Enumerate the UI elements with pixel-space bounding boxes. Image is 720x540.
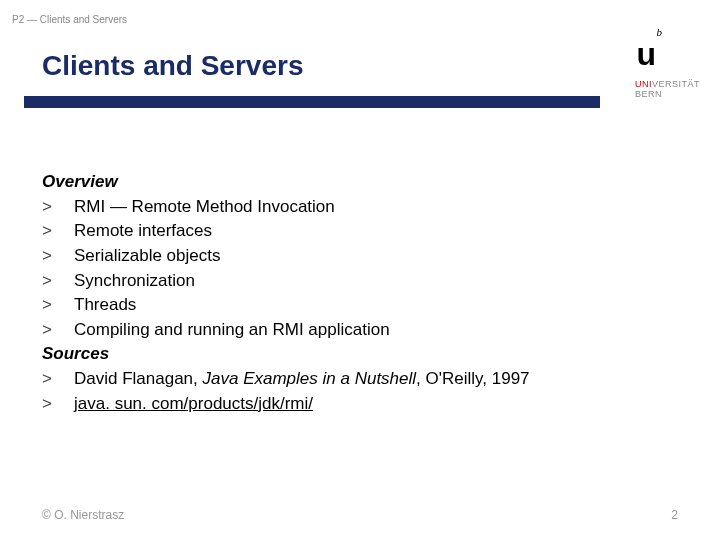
breadcrumb: P2 — Clients and Servers	[12, 14, 127, 25]
list-item-text: Serializable objects	[74, 244, 678, 269]
source-citation: David Flanagan, Java Examples in a Nutsh…	[74, 367, 678, 392]
list-item-text: Synchronization	[74, 269, 678, 294]
logo-uni-red: UNI	[635, 79, 652, 89]
list-item-text: Threads	[74, 293, 678, 318]
list-item: > RMI — Remote Method Invocation	[42, 195, 678, 220]
list-item: > Compiling and running an RMI applicati…	[42, 318, 678, 343]
list-item: > Serializable objects	[42, 244, 678, 269]
list-item: > java. sun. com/products/jdk/rmi/	[42, 392, 678, 417]
bullet-icon: >	[42, 219, 74, 244]
list-item: > Threads	[42, 293, 678, 318]
source-meta: , O'Reilly, 1997	[416, 369, 529, 388]
bullet-icon: >	[42, 195, 74, 220]
bullet-icon: >	[42, 392, 74, 417]
bullet-icon: >	[42, 244, 74, 269]
logo-text: UNIVERSITÄT BERN	[635, 80, 700, 100]
logo-letter-b: b	[657, 26, 663, 38]
overview-heading: Overview	[42, 170, 678, 195]
title-box: Clients and Servers	[24, 40, 600, 108]
sources-heading: Sources	[42, 342, 678, 367]
source-link[interactable]: java. sun. com/products/jdk/rmi/	[74, 392, 678, 417]
logo-uni-rest: VERSITÄT	[652, 79, 700, 89]
page-number: 2	[671, 508, 678, 522]
list-item-text: Remote interfaces	[74, 219, 678, 244]
page-title: Clients and Servers	[42, 50, 582, 82]
source-author: David Flanagan,	[74, 369, 203, 388]
bullet-icon: >	[42, 293, 74, 318]
university-logo: u b UNIVERSITÄT BERN	[600, 10, 700, 100]
slide-body: Overview > RMI — Remote Method Invocatio…	[42, 170, 678, 416]
list-item-text: Compiling and running an RMI application	[74, 318, 678, 343]
list-item-text: RMI — Remote Method Invocation	[74, 195, 678, 220]
source-title: Java Examples in a Nutshell	[203, 369, 417, 388]
logo-letter-u: u	[636, 36, 656, 73]
logo-bern: BERN	[635, 90, 700, 100]
list-item: > Synchronization	[42, 269, 678, 294]
slide-header: P2 — Clients and Servers Clients and Ser…	[0, 0, 720, 108]
bullet-icon: >	[42, 269, 74, 294]
bullet-icon: >	[42, 318, 74, 343]
list-item: > David Flanagan, Java Examples in a Nut…	[42, 367, 678, 392]
copyright-text: © O. Nierstrasz	[42, 508, 124, 522]
slide-footer: © O. Nierstrasz 2	[42, 508, 678, 522]
bullet-icon: >	[42, 367, 74, 392]
list-item: > Remote interfaces	[42, 219, 678, 244]
